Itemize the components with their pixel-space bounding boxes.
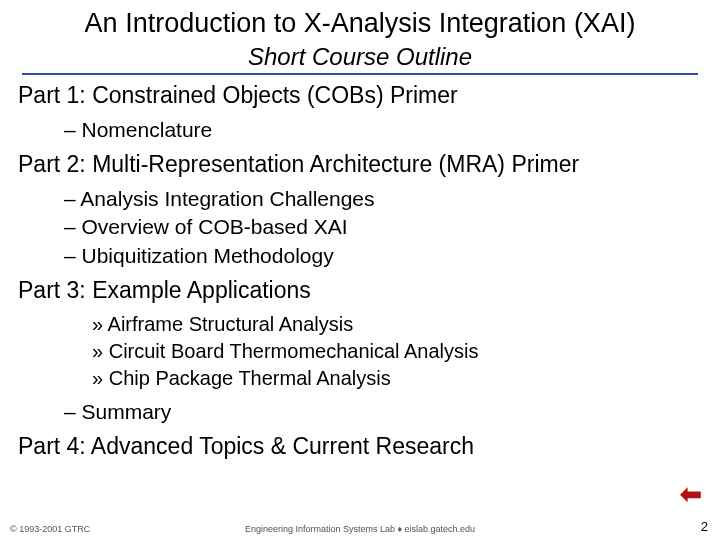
- part4-heading: Part 4: Advanced Topics & Current Resear…: [18, 432, 702, 461]
- list-item: Nomenclature: [64, 116, 702, 144]
- part3-heading: Part 3: Example Applications: [18, 276, 702, 305]
- divider: [22, 73, 698, 75]
- footer-lab: Engineering Information Systems Lab ♦ ei…: [0, 524, 720, 534]
- list-item: Overview of COB-based XAI: [64, 213, 702, 241]
- list-item: Analysis Integration Challenges: [64, 185, 702, 213]
- slide-body: Part 1: Constrained Objects (COBs) Prime…: [0, 81, 720, 461]
- arrow-left-icon: ⬅: [680, 479, 702, 510]
- page-number: 2: [701, 519, 708, 534]
- list-item: Circuit Board Thermomechanical Analysis: [92, 338, 702, 365]
- list-item: Airframe Structural Analysis: [92, 311, 702, 338]
- part3-sublist: Airframe Structural Analysis Circuit Boa…: [92, 311, 702, 392]
- list-item: Chip Package Thermal Analysis: [92, 365, 702, 392]
- list-item: Ubiquitization Methodology: [64, 242, 702, 270]
- slide-subtitle: Short Course Outline: [0, 43, 720, 71]
- part1-heading: Part 1: Constrained Objects (COBs) Prime…: [18, 81, 702, 110]
- part3-summary: Summary: [64, 398, 702, 426]
- part2-list: Analysis Integration Challenges Overview…: [64, 185, 702, 270]
- part1-list: Nomenclature: [64, 116, 702, 144]
- list-item: Summary: [64, 398, 702, 426]
- slide-title: An Introduction to X-Analysis Integratio…: [0, 0, 720, 39]
- slide: An Introduction to X-Analysis Integratio…: [0, 0, 720, 540]
- part2-heading: Part 2: Multi-Representation Architectur…: [18, 150, 702, 179]
